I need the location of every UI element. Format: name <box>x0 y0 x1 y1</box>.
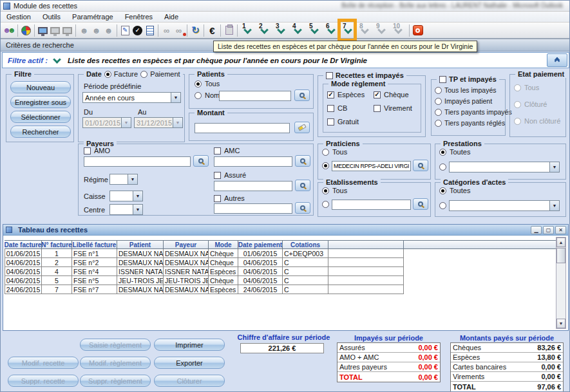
periode-predefinie-select[interactable]: Année en cours ▼ <box>82 92 181 103</box>
column-header[interactable]: Date facture <box>5 241 42 248</box>
filter-4-icon[interactable]: 4 <box>290 23 307 37</box>
nouveau-button[interactable]: Nouveau <box>10 81 71 93</box>
document-icon[interactable] <box>144 24 156 37</box>
etablissement-select-radio[interactable] <box>322 201 329 208</box>
especes-checkbox[interactable] <box>327 91 334 98</box>
menu-aide[interactable]: Aide <box>158 12 184 21</box>
filter-1-icon[interactable]: 1 <box>240 23 256 37</box>
filter-5-icon[interactable]: 5 <box>307 23 323 37</box>
prestations-select-radio[interactable] <box>439 163 446 171</box>
scroll-up-icon[interactable]: ▲ <box>556 238 565 247</box>
gratuit-checkbox[interactable] <box>327 118 334 126</box>
patient-name-input[interactable] <box>219 91 291 101</box>
praticien-input[interactable] <box>332 161 411 171</box>
euro-icon[interactable]: € <box>206 24 218 37</box>
selectionner-button[interactable]: Sélectionner <box>10 111 71 123</box>
categories-select[interactable]: ▼ <box>449 200 560 211</box>
assure-checkbox[interactable] <box>214 172 221 179</box>
montant-clear-button[interactable] <box>294 122 310 133</box>
chevron-down-icon[interactable]: ▼ <box>549 162 559 172</box>
virement-checkbox[interactable] <box>374 105 381 112</box>
prestations-toutes-radio[interactable] <box>439 149 446 156</box>
column-header[interactable]: Mode <box>209 241 238 248</box>
impayes-patient-radio[interactable] <box>435 98 442 105</box>
tiers-payants-impayes-radio[interactable] <box>435 109 442 116</box>
validate-icon[interactable]: ✓ <box>131 24 144 37</box>
edit-form-icon[interactable] <box>119 24 131 37</box>
praticien-selected-radio[interactable] <box>322 162 329 169</box>
column-header[interactable]: Date paiement <box>238 241 283 248</box>
scroll-down-icon[interactable]: ▼ <box>556 319 565 328</box>
column-header[interactable]: Payeur <box>164 241 209 248</box>
montant-input[interactable] <box>195 123 290 133</box>
prestations-select[interactable]: ▼ <box>449 162 560 173</box>
rechercher-button[interactable]: Rechercher <box>10 126 71 138</box>
chevron-down-icon[interactable]: ▼ <box>133 205 142 214</box>
regime-select[interactable]: ▼ <box>109 174 138 185</box>
praticien-search-button[interactable] <box>413 160 428 171</box>
caisse-select[interactable]: ▼ <box>109 191 143 201</box>
close-module-icon[interactable] <box>412 24 424 37</box>
categories-select-radio[interactable] <box>439 202 446 209</box>
assure-input[interactable] <box>214 181 292 191</box>
monitor-icon[interactable] <box>37 24 49 37</box>
facture-radio[interactable] <box>104 71 111 78</box>
amc-input[interactable] <box>214 156 292 167</box>
tiers-payants-regles-radio[interactable] <box>435 120 442 127</box>
etablissement-search-button[interactable] <box>413 198 428 210</box>
table-row[interactable]: 04/06/2015 4 FSE n°4 ISSNER NATACHA ISSN… <box>5 267 404 276</box>
tous-impayes-radio[interactable] <box>435 87 442 94</box>
etablissements-tous-radio[interactable] <box>322 187 329 194</box>
chevron-down-icon[interactable]: ▼ <box>549 201 559 210</box>
recettes-impayes-checkbox[interactable] <box>326 72 333 79</box>
chevron-down-icon[interactable]: ▼ <box>128 174 137 184</box>
column-header[interactable]: Libellé facture <box>72 241 117 248</box>
collapse-panel-button[interactable] <box>547 53 567 67</box>
minimize-icon[interactable]: ▁ <box>531 226 542 234</box>
cheque-checkbox[interactable] <box>374 91 381 98</box>
table-row[interactable]: 04/06/2015 2 FSE n°2 DESMAUX NATHAL DESM… <box>5 258 404 267</box>
patient-search-button[interactable] <box>294 89 310 101</box>
centre-select[interactable]: ▼ <box>109 204 143 215</box>
menu-parametrage[interactable]: Paramétrage <box>66 12 119 21</box>
filter-2-icon[interactable]: 2 <box>256 23 273 37</box>
amo-search-button[interactable] <box>193 155 209 167</box>
chevron-down-icon[interactable]: ▼ <box>133 191 142 201</box>
autres-checkbox[interactable] <box>214 195 221 202</box>
etablissement-input[interactable] <box>332 200 411 210</box>
filter-7-icon[interactable]: 7 <box>340 23 357 37</box>
menu-gestion[interactable]: Gestion <box>1 12 37 21</box>
amo-checkbox[interactable] <box>84 147 91 154</box>
exporter-button[interactable]: Exporter <box>154 357 225 369</box>
assure-search-button[interactable] <box>295 180 310 191</box>
paiement-radio[interactable] <box>140 71 147 78</box>
autres-input[interactable] <box>214 203 292 214</box>
scrollbar-thumb[interactable] <box>556 248 565 263</box>
column-header[interactable]: N° facture <box>42 241 72 248</box>
table-row[interactable]: 24/06/2015 7 FSE n°7 DESMAUX NATHAL DESM… <box>5 285 404 294</box>
autres-search-button[interactable] <box>295 202 310 214</box>
column-header[interactable]: Patient <box>117 241 164 248</box>
cb-checkbox[interactable] <box>327 105 334 112</box>
menu-fenetres[interactable]: Fenêtres <box>119 12 158 21</box>
chevron-down-icon[interactable]: ▼ <box>171 93 180 102</box>
filter-3-icon[interactable]: 3 <box>273 23 290 37</box>
menu-outils[interactable]: Outils <box>37 12 66 21</box>
tp-impayes-checkbox[interactable] <box>439 76 446 83</box>
restore-icon[interactable]: ▢ <box>543 226 554 234</box>
pie-chart-icon[interactable] <box>20 24 32 37</box>
patients-icon[interactable]: ☻☻ <box>3 24 15 37</box>
close-icon[interactable]: ✕ <box>555 226 566 234</box>
amo-input[interactable] <box>84 156 191 167</box>
table-row[interactable]: 01/06/2015 1 FSE n°1 DESMAUX NATHAL DESM… <box>5 249 404 258</box>
praticiens-tous-radio[interactable] <box>322 149 329 156</box>
column-header[interactable]: Cotations <box>283 241 328 248</box>
table-row[interactable]: 04/06/2015 5 FSE n°5 JEU-TROIS JEAN-L JE… <box>5 276 404 285</box>
vertical-scrollbar[interactable]: ▲ ▼ <box>556 237 566 329</box>
amc-checkbox[interactable] <box>214 147 221 154</box>
patients-tous-radio[interactable] <box>195 80 202 88</box>
categories-toutes-radio[interactable] <box>439 187 446 194</box>
imprimer-button[interactable]: Imprimer <box>154 339 225 351</box>
refresh-icon[interactable]: ↻ <box>189 24 202 37</box>
enregistrer-sous-button[interactable]: Enregistrer sous <box>10 96 71 108</box>
